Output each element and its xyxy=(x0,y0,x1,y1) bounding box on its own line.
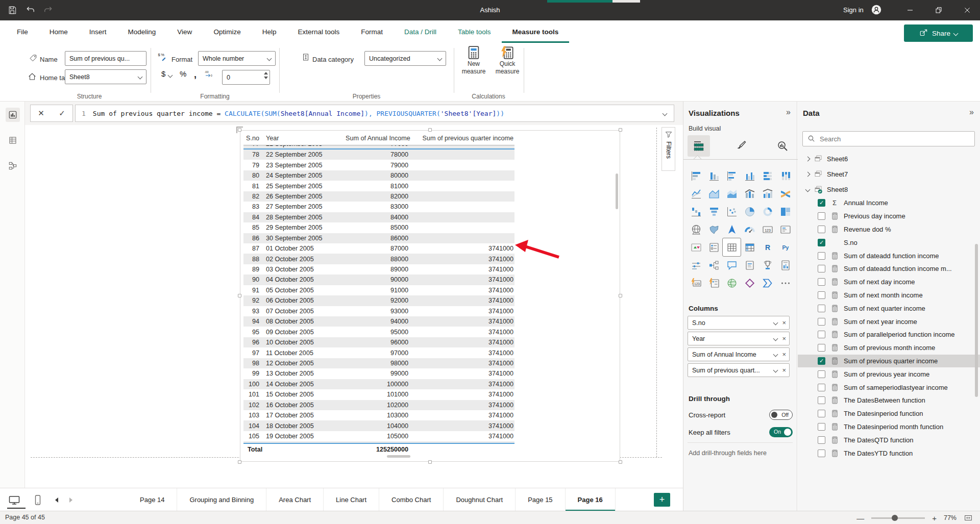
zoom-in-button[interactable]: + xyxy=(932,514,937,522)
data-category-select[interactable]: Uncategorized xyxy=(364,51,446,66)
close-button[interactable] xyxy=(955,0,979,20)
field-sum-of-next-quarter-income[interactable]: Sum of next quarter income xyxy=(798,302,980,315)
resize-handle[interactable] xyxy=(619,294,622,297)
table-horizontal-scrollbar[interactable] xyxy=(387,455,410,458)
zoom-slider-thumb[interactable] xyxy=(892,515,898,521)
field-s-no[interactable]: ✓S.no xyxy=(798,236,980,249)
dax-formula-input[interactable]: 1 Sum of previous quarter income = CALCU… xyxy=(75,105,674,122)
field-well-s-no[interactable]: S.no× xyxy=(688,316,790,330)
viz-type-power-apps[interactable] xyxy=(741,274,758,292)
menu-tab-optimize[interactable]: Optimize xyxy=(203,20,251,43)
page-tab-area-chart[interactable]: Area Chart xyxy=(266,488,324,511)
table-node-sheet6[interactable]: Sheet6 xyxy=(798,151,980,166)
decimal-places-input[interactable]: 0 xyxy=(222,70,270,85)
table-node-sheet8[interactable]: Sheet8 xyxy=(798,182,980,197)
menu-tab-table-tools[interactable]: Table tools xyxy=(447,20,502,43)
remove-field-icon[interactable]: × xyxy=(782,351,786,358)
resize-handle[interactable] xyxy=(619,128,622,132)
viz-type-treemap[interactable] xyxy=(776,203,794,220)
menu-tab-insert[interactable]: Insert xyxy=(79,20,117,43)
column-header[interactable]: Sum of previous quarter income xyxy=(409,135,514,142)
viz-type-slicer[interactable] xyxy=(705,238,723,256)
build-visual-tab[interactable] xyxy=(688,135,710,157)
desktop-layout-button[interactable] xyxy=(8,494,20,506)
data-pane-scrollbar[interactable] xyxy=(975,244,978,397)
thousands-separator-button[interactable]: , xyxy=(194,69,197,80)
field-annual-income[interactable]: ✓ΣAnnual Income xyxy=(798,196,980,210)
viz-type-scatter-chart[interactable] xyxy=(723,203,741,220)
viz-type-donut-chart[interactable] xyxy=(758,203,776,220)
viz-type-table[interactable] xyxy=(723,238,741,256)
viz-type-line-and-clustered-column-chart[interactable] xyxy=(758,185,776,203)
column-header[interactable]: Year xyxy=(263,135,346,142)
resize-handle[interactable] xyxy=(238,294,241,297)
field-search-box[interactable] xyxy=(802,131,975,146)
table-node-sheet7[interactable]: Sheet7 xyxy=(798,166,980,182)
viz-type-new-card[interactable]: 123 xyxy=(687,274,705,292)
measure-name-input[interactable]: Sum of previous qu... xyxy=(65,51,146,66)
undo-icon[interactable] xyxy=(24,4,37,16)
viz-type-100-stacked-bar-chart[interactable] xyxy=(758,167,776,185)
expand-formula-bar-icon[interactable] xyxy=(663,111,668,116)
field-the-datesqtd-function[interactable]: The DatesQTD function xyxy=(798,433,980,446)
menu-tab-view[interactable]: View xyxy=(166,20,203,43)
viz-type-paginated-report[interactable] xyxy=(776,256,794,274)
field-checkbox[interactable] xyxy=(818,423,825,431)
page-tab-combo-chart[interactable]: Combo Chart xyxy=(379,488,444,511)
viz-type-ribbon-chart[interactable] xyxy=(776,185,794,203)
resize-handle[interactable] xyxy=(428,460,432,464)
currency-chevron-icon[interactable] xyxy=(168,73,173,78)
decimal-places-icon[interactable]: .000 xyxy=(204,69,213,79)
resize-handle[interactable] xyxy=(428,128,432,132)
viz-type-waterfall-chart[interactable] xyxy=(687,203,705,220)
viz-type-kpi[interactable] xyxy=(687,238,705,256)
format-visual-tab[interactable] xyxy=(729,135,752,157)
field-checkbox[interactable]: ✓ xyxy=(818,239,825,246)
viz-type-stacked-column-chart[interactable] xyxy=(705,167,723,185)
fit-to-page-icon[interactable] xyxy=(964,513,973,522)
remove-field-icon[interactable]: × xyxy=(782,366,786,374)
field-checkbox[interactable] xyxy=(818,370,825,378)
field-previous-day-income[interactable]: Previous day income xyxy=(798,210,980,223)
viz-type-clustered-bar-chart[interactable] xyxy=(723,167,741,185)
data-view-button[interactable] xyxy=(6,133,20,147)
field-checkbox[interactable] xyxy=(818,212,825,220)
viz-type-metrics[interactable] xyxy=(758,256,776,274)
collapse-pane-icon[interactable]: » xyxy=(786,108,791,117)
field-the-datesinperiod-function[interactable]: The Datesinperiod function xyxy=(798,407,980,420)
menu-tab-format[interactable]: Format xyxy=(350,20,394,43)
viz-type-100-stacked-column-chart[interactable] xyxy=(776,167,794,185)
viz-type-decomposition-tree[interactable] xyxy=(705,256,723,274)
previous-page-arrow[interactable] xyxy=(55,497,58,503)
field-sum-of-previous-quarter-income[interactable]: ✓Sum of previous quarter income xyxy=(798,355,980,368)
search-input[interactable] xyxy=(820,135,970,143)
field-checkbox[interactable] xyxy=(818,291,825,299)
chevron-down-icon[interactable] xyxy=(773,336,778,341)
page-tab-line-chart[interactable]: Line Chart xyxy=(324,488,379,511)
viz-type-area-chart[interactable] xyxy=(705,185,723,203)
viz-type-key-influencers[interactable] xyxy=(687,256,705,274)
field-the-datesbetween-function[interactable]: The DatesBetween function xyxy=(798,394,980,407)
menu-tab-file[interactable]: File xyxy=(6,20,39,43)
menu-tab-modeling[interactable]: Modeling xyxy=(117,20,167,43)
remove-field-icon[interactable]: × xyxy=(782,319,786,327)
report-canvas[interactable]: S.no Year Sum of Annual Income Sum of pr… xyxy=(25,125,683,488)
field-checkbox[interactable] xyxy=(818,436,825,444)
viz-type-arcgis-map[interactable] xyxy=(723,274,741,292)
viz-type-line-and-stacked-column-chart[interactable] xyxy=(741,185,758,203)
field-sum-of-next-day-income[interactable]: Sum of next day income xyxy=(798,276,980,289)
menu-tab-data-drill[interactable]: Data / Drill xyxy=(394,20,447,43)
account-avatar[interactable] xyxy=(870,4,883,16)
menu-tab-home[interactable]: Home xyxy=(39,20,79,43)
mobile-layout-button[interactable] xyxy=(32,494,44,506)
field-well-year[interactable]: Year× xyxy=(688,332,790,345)
menu-tab-external-tools[interactable]: External tools xyxy=(287,20,350,43)
chevron-down-icon[interactable] xyxy=(773,320,778,326)
cancel-formula-button[interactable]: ✕ xyxy=(38,109,44,118)
format-select[interactable]: Whole number xyxy=(198,51,276,66)
column-header[interactable]: S.no xyxy=(243,135,263,142)
next-page-arrow[interactable] xyxy=(69,497,72,503)
chevron-right-icon[interactable] xyxy=(805,171,811,177)
minimize-button[interactable] xyxy=(898,0,922,20)
viz-type-matrix[interactable] xyxy=(741,238,758,256)
